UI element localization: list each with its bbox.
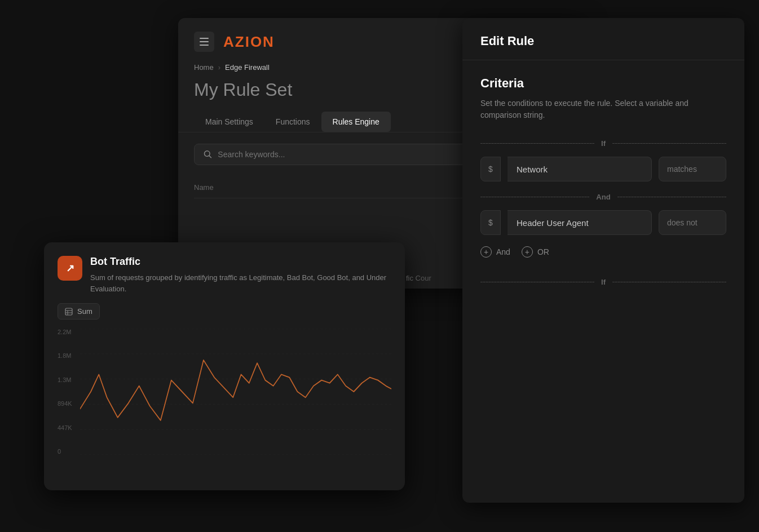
bot-widget: ↗ Bot Traffic Sum of requests grouped by… xyxy=(44,242,405,490)
y-label-2: 1.3M xyxy=(58,376,72,383)
dollar-badge-2: $ xyxy=(480,210,501,235)
edit-header: Edit Rule xyxy=(462,18,744,60)
bot-icon: ↗ xyxy=(58,256,82,281)
add-buttons: + And + OR xyxy=(480,246,726,258)
search-icon xyxy=(204,150,212,159)
and-line-left xyxy=(480,197,589,197)
breadcrumb-separator: › xyxy=(218,63,220,72)
if-line-right xyxy=(612,143,726,144)
table-column-name: Name xyxy=(194,183,214,192)
chart-line xyxy=(80,360,391,420)
add-or-label: OR xyxy=(537,247,549,256)
add-and-icon: + xyxy=(480,246,492,258)
tab-functions[interactable]: Functions xyxy=(264,112,321,132)
bot-description: Sum of requests grouped by identifying t… xyxy=(90,272,391,294)
bot-arrow-icon: ↗ xyxy=(66,262,74,274)
tab-rules-engine[interactable]: Rules Engine xyxy=(321,112,391,132)
and-line-right xyxy=(617,197,726,197)
edit-rule-title: Edit Rule xyxy=(480,34,726,48)
if-bottom-line-left xyxy=(480,282,594,282)
sum-table-icon xyxy=(65,308,73,316)
chart-area: 2.2M 1.8M 1.3M 894K 447K 0 xyxy=(44,329,405,464)
hamburger-line-3 xyxy=(200,45,209,46)
breadcrumb-current[interactable]: Edge Firewall xyxy=(225,63,270,72)
add-and-button[interactable]: + And xyxy=(480,246,510,258)
y-label-5: 0 xyxy=(58,448,72,455)
tab-main-settings[interactable]: Main Settings xyxy=(194,112,264,132)
add-or-icon: + xyxy=(522,246,533,258)
svg-line-1 xyxy=(209,156,211,157)
if-label-bottom: If xyxy=(480,278,726,286)
logo: AZION xyxy=(223,33,275,51)
and-text: And xyxy=(596,193,610,201)
y-label-4: 447K xyxy=(58,424,72,431)
edit-panel: Edit Rule Criteria Set the conditions to… xyxy=(462,18,744,503)
traffic-count-stub: fic Cour xyxy=(406,274,431,282)
breadcrumb-home[interactable]: Home xyxy=(194,63,214,72)
svg-rect-2 xyxy=(65,308,72,315)
if-label: If xyxy=(480,139,726,148)
criteria-row-2: $ Header User Agent does not xyxy=(480,210,726,235)
bot-header: ↗ Bot Traffic Sum of requests grouped by… xyxy=(44,242,405,303)
add-or-button[interactable]: + OR xyxy=(522,246,549,258)
criteria-title: Criteria xyxy=(480,76,726,91)
y-label-1: 1.8M xyxy=(58,352,72,359)
edit-body: Criteria Set the conditions to execute t… xyxy=(462,60,744,302)
if-text: If xyxy=(601,139,606,148)
criteria-description: Set the conditions to execute the rule. … xyxy=(480,97,726,121)
sum-label: Sum xyxy=(77,307,92,316)
y-label-0: 2.2M xyxy=(58,329,72,335)
criteria-field-network[interactable]: Network xyxy=(508,157,652,181)
sum-badge[interactable]: Sum xyxy=(58,303,100,320)
operator-field-matches[interactable]: matches xyxy=(659,157,726,181)
hamburger-line-2 xyxy=(200,41,209,42)
criteria-row-1: $ Network matches xyxy=(480,157,726,181)
if-line-left xyxy=(480,143,594,144)
hamburger-button[interactable] xyxy=(194,32,214,52)
header-field-value: Header User Agent xyxy=(517,218,589,228)
dollar-badge-1: $ xyxy=(480,157,501,181)
y-label-3: 894K xyxy=(58,400,72,407)
operator-does-not-text: does not xyxy=(667,218,698,227)
operator-matches-text: matches xyxy=(667,165,697,174)
if-bottom-line-right xyxy=(612,282,726,282)
criteria-field-header[interactable]: Header User Agent xyxy=(508,210,652,235)
hamburger-line-1 xyxy=(200,38,209,39)
and-label: And xyxy=(480,193,726,201)
network-field-value: Network xyxy=(517,165,548,174)
bot-header-text: Bot Traffic Sum of requests grouped by i… xyxy=(90,256,391,294)
add-and-label: And xyxy=(496,247,510,256)
bot-title: Bot Traffic xyxy=(90,256,391,268)
operator-field-does-not[interactable]: does not xyxy=(659,210,726,235)
bot-chart xyxy=(58,329,391,455)
if-bottom-text: If xyxy=(601,278,606,286)
